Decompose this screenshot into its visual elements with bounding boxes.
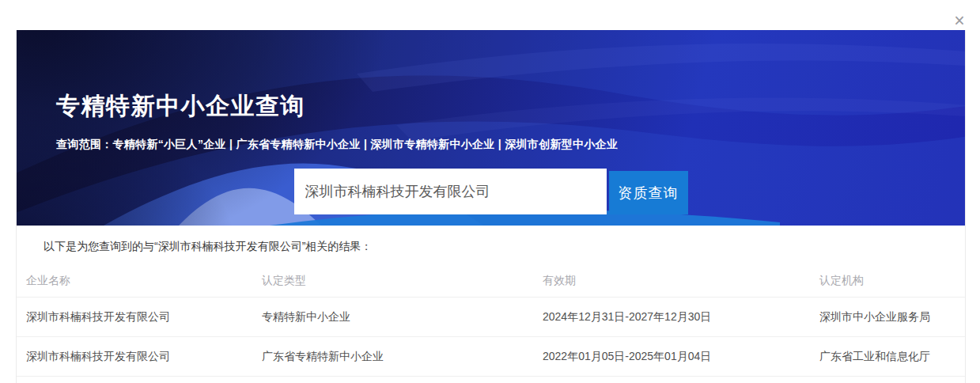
results-summary: 以下是为您查询到的与“深圳市科楠科技开发有限公司”相关的结果：	[44, 240, 965, 254]
header-validity: 有效期	[543, 274, 819, 288]
close-icon[interactable]: ×	[948, 9, 971, 32]
cell-company: 深圳市科楠科技开发有限公司	[26, 350, 262, 364]
table-row: 深圳市科楠科技开发有限公司 专精特新中小企业 2024年12月31日-2027年…	[17, 298, 965, 337]
header-company: 企业名称	[26, 274, 262, 288]
results-section: 以下是为您查询到的与“深圳市科楠科技开发有限公司”相关的结果： 企业名称 认定类…	[17, 226, 965, 377]
cell-authority: 广东省工业和信息化厅	[819, 350, 965, 364]
banner: 专精特新中小企业查询 查询范围：专精特新“小巨人”企业 | 广东省专精特新中小企…	[17, 30, 965, 226]
table-header-row: 企业名称 认定类型 有效期 认定机构	[17, 265, 965, 298]
page-title: 专精特新中小企业查询	[56, 90, 305, 123]
header-type: 认定类型	[262, 274, 543, 288]
cell-validity: 2022年01月05日-2025年01月04日	[543, 350, 819, 364]
cell-validity: 2024年12月31日-2027年12月30日	[543, 310, 819, 324]
search-bar: 资质查询	[294, 169, 688, 214]
qualification-query-button[interactable]: 资质查询	[609, 171, 688, 214]
cell-company: 深圳市科楠科技开发有限公司	[26, 310, 262, 324]
table-row: 深圳市科楠科技开发有限公司 广东省专精特新中小企业 2022年01月05日-20…	[17, 337, 965, 377]
cell-type: 广东省专精特新中小企业	[262, 350, 543, 364]
header-authority: 认定机构	[819, 274, 965, 288]
company-search-input[interactable]	[294, 169, 607, 214]
query-modal: 专精特新中小企业查询 查询范围：专精特新“小巨人”企业 | 广东省专精特新中小企…	[16, 30, 966, 383]
results-table: 企业名称 认定类型 有效期 认定机构 深圳市科楠科技开发有限公司 专精特新中小企…	[17, 265, 965, 377]
cell-type: 专精特新中小企业	[262, 310, 543, 324]
query-scope-line: 查询范围：专精特新“小巨人”企业 | 广东省专精特新中小企业 | 深圳市专精特新…	[56, 138, 618, 152]
cell-authority: 深圳市中小企业服务局	[819, 310, 965, 324]
